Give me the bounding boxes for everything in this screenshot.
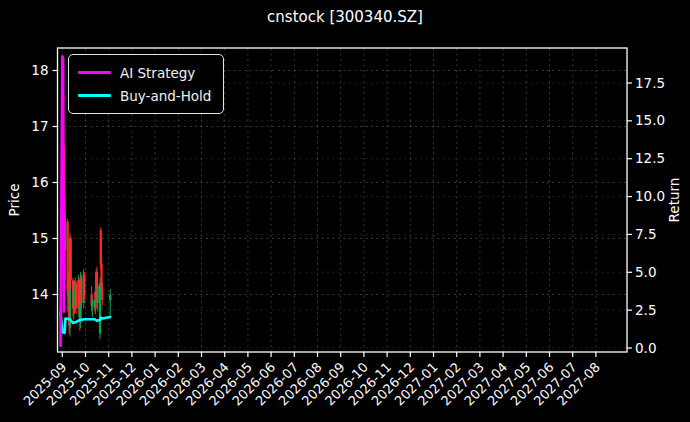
legend-label-buy-and-hold: Buy-and-Hold (120, 88, 211, 104)
candlestick-body (70, 239, 72, 281)
price-tick-label: 17 (31, 118, 48, 134)
return-tick-label: 0.0 (635, 340, 656, 356)
return-tick-label: 17.5 (635, 75, 665, 91)
candlestick-body (100, 230, 102, 264)
candlestick-body (99, 283, 101, 333)
return-tick-label: 7.5 (635, 226, 656, 242)
return-tick-label: 5.0 (635, 264, 656, 280)
price-tick-label: 16 (31, 174, 48, 190)
candlestick-body (75, 283, 77, 308)
legend-item-buy-and-hold: Buy-and-Hold (78, 84, 211, 107)
candlestick-body (101, 289, 103, 300)
candlestick-body (109, 295, 111, 301)
ai-strategy-line-swatch (78, 71, 111, 74)
legend-label-ai-strategy: AI Strategy (120, 65, 195, 81)
return-tick-label: 15.0 (635, 112, 665, 128)
candlestick-body (97, 286, 99, 303)
figure: cnstock [300340.SZ] Price Return 2025-09… (0, 0, 690, 422)
buy-and-hold-line-swatch (78, 94, 111, 97)
candlestick-body (91, 300, 93, 306)
price-tick-label: 15 (31, 230, 48, 246)
return-tick-label: 12.5 (635, 150, 665, 166)
price-tick-label: 14 (31, 286, 48, 302)
return-tick-label: 2.5 (635, 302, 656, 318)
price-tick-label: 18 (31, 62, 48, 78)
candlestick-body (80, 278, 82, 303)
legend-item-ai-strategy: AI Strategy (78, 61, 211, 84)
return-tick-label: 10.0 (635, 188, 665, 204)
legend: AI Strategy Buy-and-Hold (68, 54, 224, 114)
candlestick-body (83, 275, 85, 295)
